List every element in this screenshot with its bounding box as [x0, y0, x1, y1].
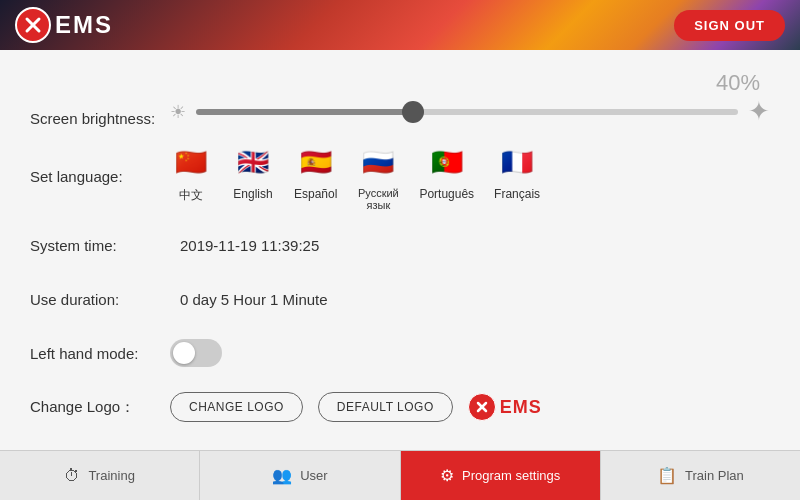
sun-small-icon: ☀: [170, 101, 186, 123]
user-label: User: [300, 468, 327, 483]
slider-thumb[interactable]: [402, 101, 424, 123]
lang-english-label: English: [233, 187, 272, 201]
logo-area: EMS: [15, 7, 113, 43]
lang-spanish[interactable]: 🇪🇸 Español: [294, 141, 337, 201]
use-duration-value: 0 day 5 Hour 1 Minute: [180, 291, 328, 308]
use-duration-row: Use duration: 0 day 5 Hour 1 Minute: [30, 279, 770, 319]
brightness-top: 40%: [170, 70, 770, 96]
brightness-slider[interactable]: [196, 109, 738, 115]
language-row: Set language: 🇨🇳 中文 🇬🇧 English 🇪🇸 Españo…: [30, 141, 770, 211]
lang-chinese-label: 中文: [179, 187, 203, 204]
brightness-label: Screen brightness:: [30, 110, 170, 127]
header: EMS SIGN OUT: [0, 0, 800, 50]
system-time-row: System time: 2019-11-19 11:39:25: [30, 225, 770, 265]
nav-tab-training[interactable]: ⏱ Training: [0, 451, 200, 500]
system-time-label: System time:: [30, 237, 170, 254]
lang-portuguese[interactable]: 🇵🇹 Português: [419, 141, 474, 201]
lang-russian[interactable]: 🇷🇺 Русский язык: [357, 141, 399, 211]
change-logo-row: Change Logo： CHANGE LOGO DEFAULT LOGO EM…: [30, 387, 770, 427]
brightness-section: ☀ ✦: [170, 96, 770, 127]
lang-portuguese-label: Português: [419, 187, 474, 201]
nav-tab-user[interactable]: 👥 User: [200, 451, 400, 500]
language-options: 🇨🇳 中文 🇬🇧 English 🇪🇸 Español 🇷🇺 Русский я…: [170, 141, 540, 211]
use-duration-label: Use duration:: [30, 291, 170, 308]
ems-small-logo: EMS: [468, 393, 542, 421]
train-plan-label: Train Plan: [685, 468, 744, 483]
ems-x-small-icon: [468, 393, 496, 421]
lang-french-label: Français: [494, 187, 540, 201]
change-logo-label: Change Logo：: [30, 398, 170, 417]
ems-text-small: EMS: [500, 397, 542, 418]
logo-buttons-area: CHANGE LOGO DEFAULT LOGO EMS: [170, 392, 542, 422]
system-time-value: 2019-11-19 11:39:25: [180, 237, 319, 254]
program-settings-label: Program settings: [462, 468, 560, 483]
left-hand-label: Left hand mode:: [30, 345, 170, 362]
lang-russian-label: Русский язык: [358, 187, 399, 211]
flag-russian: 🇷🇺: [357, 141, 399, 183]
training-label: Training: [88, 468, 134, 483]
left-hand-toggle[interactable]: [170, 339, 222, 367]
main-content: Screen brightness: 40% ☀ ✦ Set language:…: [0, 50, 800, 450]
flag-english: 🇬🇧: [232, 141, 274, 183]
lang-chinese[interactable]: 🇨🇳 中文: [170, 141, 212, 204]
language-label: Set language:: [30, 168, 170, 185]
bottom-nav: ⏱ Training 👥 User ⚙ Program settings 📋 T…: [0, 450, 800, 500]
nav-tab-program-settings[interactable]: ⚙ Program settings: [401, 451, 601, 500]
default-logo-button[interactable]: DEFAULT LOGO: [318, 392, 453, 422]
brightness-wrapper: 40% ☀ ✦: [170, 70, 770, 127]
settings-icon: ⚙: [440, 466, 454, 485]
lang-spanish-label: Español: [294, 187, 337, 201]
nav-tab-train-plan[interactable]: 📋 Train Plan: [601, 451, 800, 500]
sign-out-button[interactable]: SIGN OUT: [674, 10, 785, 41]
user-icon: 👥: [272, 466, 292, 485]
change-logo-button[interactable]: CHANGE LOGO: [170, 392, 303, 422]
training-icon: ⏱: [64, 467, 80, 485]
sun-large-icon: ✦: [748, 96, 770, 127]
logo-ems-text: EMS: [55, 11, 113, 39]
left-hand-mode-row: Left hand mode:: [30, 333, 770, 373]
lang-english[interactable]: 🇬🇧 English: [232, 141, 274, 201]
flag-chinese: 🇨🇳: [170, 141, 212, 183]
brightness-row: Screen brightness: 40% ☀ ✦: [30, 70, 770, 127]
lang-french[interactable]: 🇫🇷 Français: [494, 141, 540, 201]
flag-spanish: 🇪🇸: [295, 141, 337, 183]
brightness-value: 40%: [716, 70, 760, 96]
logo-x-icon: [15, 7, 51, 43]
toggle-circle: [173, 342, 195, 364]
flag-portuguese: 🇵🇹: [426, 141, 468, 183]
flag-french: 🇫🇷: [496, 141, 538, 183]
train-plan-icon: 📋: [657, 466, 677, 485]
